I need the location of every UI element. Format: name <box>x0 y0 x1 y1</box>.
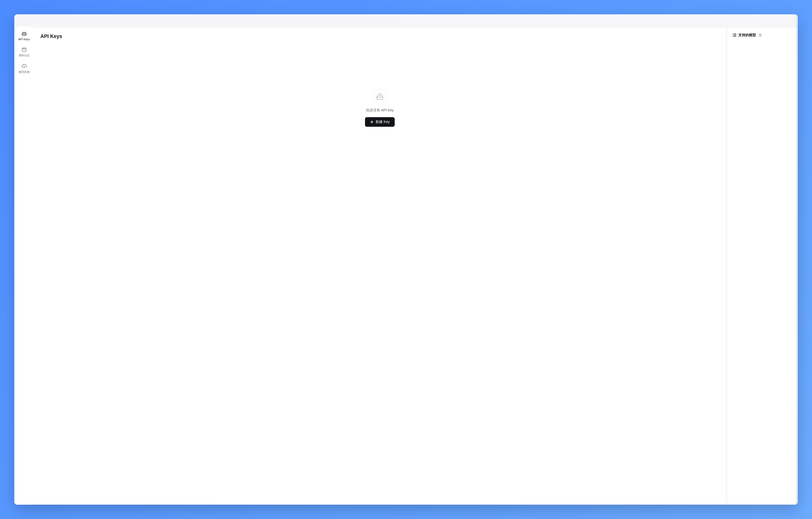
nav-item-pricing[interactable]: 模型价格 <box>14 63 34 74</box>
robot-icon <box>21 31 27 36</box>
nav-item-logs[interactable]: 调用日志 <box>14 47 34 57</box>
page-title: API Keys <box>40 33 720 39</box>
svg-rect-13 <box>22 33 26 35</box>
left-navigation: API Keys 调用日志 模型价格 <box>14 26 34 504</box>
empty-state-text: 你还没有 API Key <box>366 108 394 113</box>
safari-window: owsmhwybdebc.sealoshzh.site 文A <box>14 15 798 504</box>
main-panel: API Keys 你还没有 API Key 新建 Key <box>34 28 726 503</box>
cloud-download-icon <box>21 63 27 69</box>
nav-item-api-keys[interactable]: API Keys <box>14 31 34 41</box>
empty-inbox-icon <box>373 89 387 104</box>
create-key-button[interactable]: 新建 Key <box>365 117 395 127</box>
model-count-badge: 0 <box>758 33 762 37</box>
nav-label: 模型价格 <box>19 70 30 74</box>
empty-state: 你还没有 API Key 新建 Key <box>40 39 720 498</box>
calendar-icon <box>21 47 27 52</box>
svg-point-14 <box>23 34 23 34</box>
list-icon <box>732 33 736 37</box>
svg-rect-16 <box>22 48 26 52</box>
plus-icon <box>370 120 374 124</box>
svg-point-15 <box>24 34 25 34</box>
right-panel-title: 支持的模型 <box>738 33 756 37</box>
create-key-button-label: 新建 Key <box>376 120 390 124</box>
nav-label: API Keys <box>18 38 30 41</box>
nav-label: 调用日志 <box>19 54 30 57</box>
app-content-area: API Keys 调用日志 模型价格 API Keys <box>14 26 798 504</box>
right-panel: 支持的模型 0 <box>727 28 796 503</box>
